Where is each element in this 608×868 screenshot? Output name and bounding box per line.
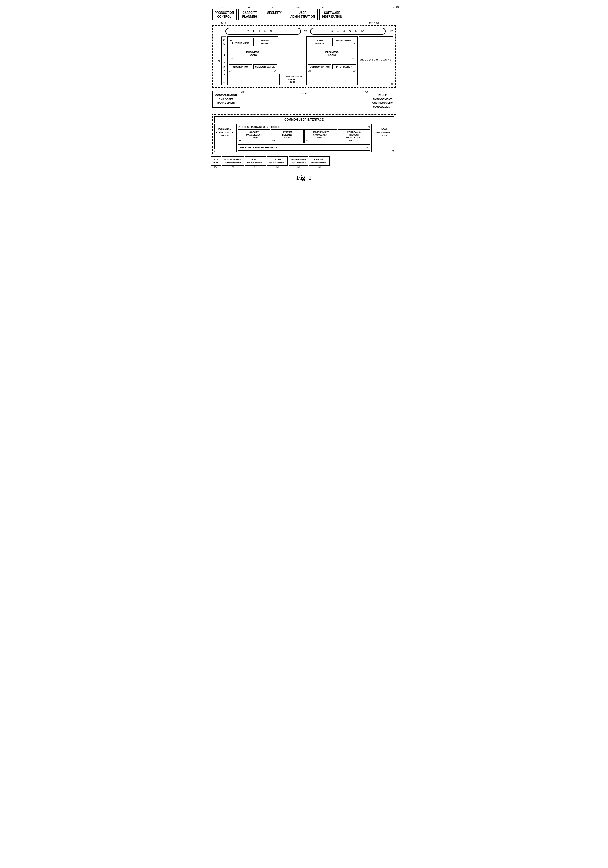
common-ui-box: COMMON USER INTERFACE (214, 116, 394, 123)
client-transaction-box: TRANS-ACTION (253, 38, 277, 46)
client-business-logic-box: BUSINESSLOGIC 58 (229, 47, 277, 64)
ref-96: 96 (297, 166, 300, 168)
process-mgmt-title: PROCESS MANAGEMENT TOOLS (238, 126, 280, 129)
ref-104: 104 (214, 166, 217, 168)
figure-caption: Fig. 1 (209, 174, 399, 181)
remote-mgmt-box: REMOTEMANAGEMENT (245, 156, 266, 166)
help-desk-box: HELPDESK (210, 156, 221, 166)
client-server-ref-left: 14,34 (221, 22, 227, 25)
server-environment-box: ENVIRONMENT 54 (332, 38, 356, 46)
bottom-management-area: COMMON USER INTERFACE PERSONALPRODUCTIVI… (212, 114, 396, 154)
ref-40: 40 (359, 83, 393, 85)
ref-56: 56 (387, 30, 393, 33)
user-administration-box: USERADMINISTRATION (288, 9, 318, 20)
ref-74: 74 (373, 150, 394, 152)
ref-44-label: 44 (215, 37, 220, 85)
ref-64: 64 (214, 150, 235, 152)
presentation-label: P R E S E N T A T I O N (221, 37, 226, 85)
performance-mgmt-box: PERFORMANCEMANAGEMENT (222, 156, 244, 166)
program-project-tools-box: PROGRAM &PROJECTMANAGEMENTTOOLS 72 (338, 129, 370, 143)
client-communication-box: COMMUNICATION (253, 64, 277, 69)
ref-48-client: 48 (274, 70, 276, 72)
main-area: C L I E N T 52 S E R V E R 56 44 P R E S… (212, 25, 396, 88)
client-pill: C L I E N T (226, 28, 301, 35)
config-asset-mgmt-box: CONFIGURATIONAND ASSETMANAGEMENT (212, 91, 240, 108)
server-communication-box: COMMUNICATION (308, 64, 331, 69)
capacity-planning-box: CAPACITYPLANNING (238, 9, 261, 20)
ref-10: ↙ 10 (393, 6, 399, 9)
bottom-row: HELPDESK 104 PERFORMANCEMANAGEMENT 88 RE… (209, 156, 399, 168)
event-mgmt-box: EVENTMANAGEMENT (267, 156, 288, 166)
comm-fabric-box: COMMUNICATION FABRIC 50 48 (280, 74, 305, 85)
server-information-box: INFORMATION (332, 64, 356, 69)
ref-80: 80 (312, 6, 335, 9)
server-business-logic-box: BUSINESSLOGIC 58 (308, 47, 356, 64)
team-productivity-box: TEAMPRODUCTIVITYTOOLS (373, 124, 394, 149)
comm-fabric-area: COMMUNICATION FABRIC 50 48 (280, 37, 305, 85)
config-fault-row: CONFIGURATIONAND ASSETMANAGEMENT 82 42 6… (209, 91, 399, 112)
ref-60: 60 (305, 92, 308, 95)
personal-productivity-box: PERSONALPRODUCTIVITYTOOLS (214, 124, 235, 149)
ref-90: 90 (318, 166, 320, 168)
ref-92: 92 (254, 166, 257, 168)
ref-48-server: 48 (308, 70, 311, 72)
license-mgmt-box: LICENSEMANAGEMENT (309, 156, 330, 166)
security-box: SECURITY (263, 9, 286, 20)
server-transaction-box: TRANS-ACTION (308, 38, 331, 46)
ref-46-client: 46 (229, 70, 232, 72)
server-inner-block: TRANS-ACTION ENVIRONMENT 54 BUSINESSLOGI… (306, 37, 357, 85)
env-mgmt-tools-box: ENVIRONMENTMANAGEMENTTOOLS 70 (305, 129, 337, 143)
diagram: 102 86 98 100 80 ↙ 10 PRODUCTIONCONTROL … (209, 6, 399, 181)
ref-88: 88 (232, 166, 234, 168)
process-mgmt-outer: PROCESS MANAGEMENT TOOLS 62 QUALITYMANAG… (237, 124, 371, 152)
basic-services-label: BASIC SERVICES (359, 37, 393, 82)
ref-84: 84 (365, 91, 368, 94)
ref-82: 82 (241, 91, 244, 94)
ref-42: 42 (301, 92, 304, 95)
client-inner-block: 54 ENVIRONMENT TRANS-ACTION BUSINESSLOGI… (227, 37, 278, 85)
client-server-ref-right: 16,18,20 (368, 22, 379, 25)
system-building-tools-box: SYSTEMBUILDINGTOOLS 68 (271, 129, 303, 143)
server-pill: S E R V E R (310, 28, 386, 35)
ref-86: 86 (237, 6, 260, 9)
software-distribution-box: SOFTWAREDISTRIBUTION (319, 9, 345, 20)
ref-100: 100 (286, 6, 309, 9)
production-control-box: PRODUCTIONCONTROL (212, 9, 237, 20)
fault-mgmt-box: FAULTMANAGEMENTAND RECOVERYMANAGEMENT (369, 91, 396, 112)
ref-62: 62 (368, 126, 370, 128)
info-mgmt-box: INFORMATION MANAGEMENT 76 (238, 144, 370, 150)
ref-94: 94 (276, 166, 278, 168)
quality-mgmt-tools-box: QUALITYMANAGEMENTTOOLS 66 (238, 129, 270, 143)
ref-52: 52 (303, 30, 308, 33)
client-information-box: INFORMATION (229, 64, 252, 69)
monitoring-tuning-box: MONITORINGAND TUNING (289, 156, 308, 166)
ref-98: 98 (261, 6, 285, 9)
ref-102: 102 (212, 6, 235, 9)
ref-46-server: 46 (353, 70, 356, 72)
client-environment-box: 54 ENVIRONMENT (229, 38, 252, 46)
